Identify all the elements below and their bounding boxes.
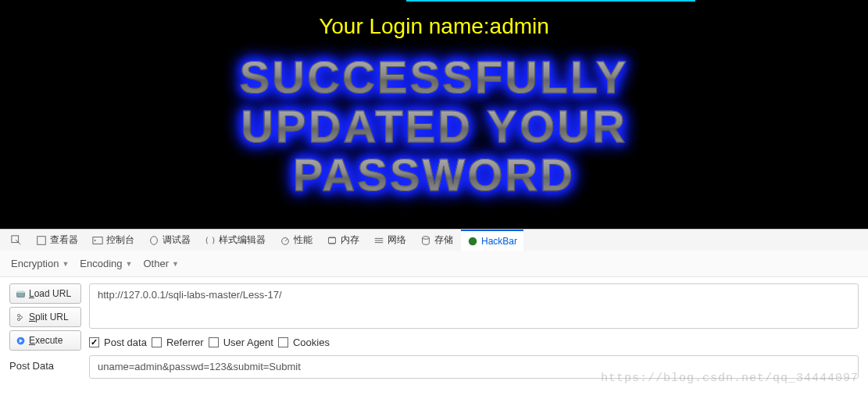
caret-down-icon: ▼ <box>62 260 69 268</box>
other-dropdown[interactable]: Other ▼ <box>143 258 178 269</box>
postdata-input[interactable]: uname=admin&passwd=123&submit=Submit <box>89 355 859 379</box>
debugger-icon <box>148 235 159 246</box>
svg-point-10 <box>17 314 20 316</box>
tab-performance[interactable]: 性能 <box>273 230 319 251</box>
tab-label: 网络 <box>388 233 406 247</box>
btn-hotkey: E <box>29 335 35 346</box>
tab-hackbar[interactable]: HackBar <box>461 230 523 251</box>
postdata-label: Post Data <box>9 355 81 372</box>
tab-label: HackBar <box>481 236 517 247</box>
success-line-2: UPDATED YOUR <box>241 102 627 151</box>
devtools-tabstrip: 查看器 控制台 调试器 样式编辑器 性能 内存 网络 存储 HackBar <box>0 229 868 251</box>
network-icon <box>373 235 384 246</box>
btn-text: oad URL <box>34 288 71 299</box>
app-content: Your Login name:admin SUCCESSFULLY UPDAT… <box>0 0 868 229</box>
referrer-checkbox[interactable] <box>152 337 162 347</box>
tab-console[interactable]: 控制台 <box>86 230 141 251</box>
postdata-row: Post Data uname=admin&passwd=123&submit=… <box>0 351 868 379</box>
url-input[interactable]: http://127.0.0.1/sqli-labs-master/Less-1… <box>89 283 859 329</box>
console-icon <box>92 235 103 246</box>
performance-icon <box>280 235 291 246</box>
tab-label: 存储 <box>434 233 453 247</box>
tab-style-editor[interactable]: 样式编辑器 <box>198 230 272 251</box>
tab-memory[interactable]: 内存 <box>320 230 366 251</box>
checkbox-label: Cookies <box>293 337 330 348</box>
tab-label: 控制台 <box>106 233 134 247</box>
tab-inspector[interactable]: 查看器 <box>30 230 84 251</box>
svg-rect-5 <box>329 237 336 243</box>
btn-text: xecute <box>35 335 63 346</box>
caret-down-icon: ▼ <box>126 260 133 268</box>
tab-network[interactable]: 网络 <box>367 230 413 251</box>
btn-hotkey: L <box>29 288 34 299</box>
inspector-icon <box>36 235 47 246</box>
tab-label: 内存 <box>341 233 359 247</box>
svg-point-6 <box>423 236 430 239</box>
style-icon <box>205 235 216 246</box>
svg-point-11 <box>17 318 20 320</box>
caret-down-icon: ▼ <box>172 260 179 268</box>
hackbar-right-area: http://127.0.0.1/sqli-labs-master/Less-1… <box>89 283 859 351</box>
checkbox-row: Post data Referrer User Agent Cookies <box>89 337 859 348</box>
execute-button[interactable]: Execute <box>9 330 81 351</box>
tab-debugger[interactable]: 调试器 <box>142 230 197 251</box>
split-url-button[interactable]: Split URL <box>9 307 81 327</box>
svg-point-7 <box>469 237 477 245</box>
hackbar-toolbar: Encryption ▼ Encoding ▼ Other ▼ <box>0 251 868 277</box>
svg-rect-1 <box>38 236 46 244</box>
success-line-1: SUCCESSFULLY <box>240 53 629 102</box>
tab-label: 调试器 <box>163 233 191 247</box>
tab-label: 样式编辑器 <box>219 233 266 247</box>
btn-text: plit URL <box>35 312 69 322</box>
load-icon <box>15 288 26 299</box>
btn-hotkey: S <box>29 312 35 322</box>
postdata-checkbox[interactable] <box>89 337 99 347</box>
svg-rect-8 <box>16 292 24 297</box>
top-accent-bar <box>406 0 695 2</box>
split-icon <box>15 312 26 322</box>
cookies-checkbox[interactable] <box>278 337 288 347</box>
useragent-checkbox[interactable] <box>209 337 219 347</box>
hackbar-body: Load URL Split URL Execute http://127.0.… <box>0 277 868 351</box>
encryption-dropdown[interactable]: Encryption ▼ <box>11 258 69 269</box>
login-name-text: Your Login name:admin <box>0 0 868 39</box>
svg-point-3 <box>151 236 158 244</box>
dropdown-label: Encryption <box>11 258 59 269</box>
tab-storage[interactable]: 存储 <box>414 230 459 251</box>
checkbox-label: Referrer <box>166 337 204 348</box>
tab-label: 性能 <box>294 233 313 247</box>
dropdown-label: Other <box>143 258 169 269</box>
hackbar-icon <box>467 236 478 247</box>
success-message: SUCCESSFULLY UPDATED YOUR PASSWORD <box>0 53 868 200</box>
encoding-dropdown[interactable]: Encoding ▼ <box>80 258 132 269</box>
picker-icon <box>11 235 22 246</box>
execute-icon <box>15 335 26 346</box>
tab-picker[interactable] <box>5 230 28 251</box>
checkbox-label: Post data <box>104 337 147 348</box>
success-line-3: PASSWORD <box>293 151 575 200</box>
memory-icon <box>327 235 338 246</box>
svg-rect-9 <box>16 290 24 292</box>
load-url-button[interactable]: Load URL <box>9 283 81 304</box>
dropdown-label: Encoding <box>80 258 122 269</box>
hackbar-left-buttons: Load URL Split URL Execute <box>9 283 81 351</box>
storage-icon <box>420 235 431 246</box>
checkbox-label: User Agent <box>223 337 273 348</box>
tab-label: 查看器 <box>50 233 78 247</box>
svg-rect-2 <box>93 237 102 244</box>
